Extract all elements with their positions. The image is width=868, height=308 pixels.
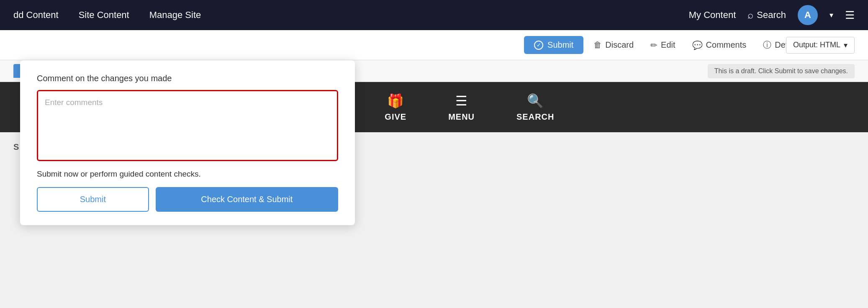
toolbar: ✓ Submit 🗑 Discard ✏ Edit 💬 Comments ⓘ D…: [0, 30, 868, 60]
avatar[interactable]: A: [798, 5, 818, 25]
search-bar-icon: 🔍: [527, 93, 544, 109]
nav-manage-site[interactable]: Manage Site: [149, 10, 201, 21]
comment-textarea-wrapper: [37, 90, 338, 161]
nav-links-right: My Content ⌕ Search A ▾ ☰: [689, 5, 855, 25]
output-label: Output: HTML: [793, 41, 840, 49]
comments-icon: 💬: [692, 40, 703, 50]
submit-toolbar-label: Submit: [547, 40, 573, 50]
edit-action[interactable]: ✏ Edit: [644, 37, 682, 54]
hamburger-icon[interactable]: ☰: [845, 9, 855, 22]
check-content-submit-button[interactable]: Check Content & Submit: [156, 187, 338, 212]
modal-buttons: Submit Check Content & Submit: [37, 187, 338, 212]
submit-modal: Comment on the changes you made Submit n…: [20, 60, 355, 225]
search-label: Search: [757, 10, 786, 21]
comments-action[interactable]: 💬 Comments: [686, 37, 753, 54]
trash-icon: 🗑: [593, 40, 602, 50]
check-icon: ✓: [534, 41, 543, 50]
search-nav-item[interactable]: ⌕ Search: [747, 9, 786, 21]
search-action[interactable]: 🔍 SEARCH: [516, 93, 554, 122]
discard-label: Discard: [605, 40, 634, 50]
gift-icon: 🎁: [387, 93, 404, 109]
menu-icon: ☰: [455, 93, 467, 109]
search-icon: ⌕: [747, 9, 753, 21]
nav-site-content[interactable]: Site Content: [79, 10, 129, 21]
nav-links-left: dd Content Site Content Manage Site: [13, 10, 201, 21]
comment-textarea[interactable]: [38, 91, 337, 158]
my-content-link[interactable]: My Content: [689, 10, 736, 21]
output-dropdown[interactable]: Output: HTML ▾: [786, 37, 855, 54]
info-icon: ⓘ: [763, 39, 771, 51]
submit-button[interactable]: Submit: [37, 187, 149, 212]
draft-notice: This is a draft. Click Submit to save ch…: [708, 64, 855, 78]
submit-toolbar-button[interactable]: ✓ Submit: [524, 36, 583, 54]
edit-label: Edit: [661, 40, 675, 50]
menu-action[interactable]: ☰ MENU: [448, 93, 475, 122]
nav-add-content[interactable]: dd Content: [13, 10, 59, 21]
submit-guidance: Submit now or perform guided content che…: [37, 169, 338, 179]
top-navigation: dd Content Site Content Manage Site My C…: [0, 0, 868, 30]
discard-action[interactable]: 🗑 Discard: [587, 37, 640, 53]
comments-label: Comments: [706, 40, 747, 50]
menu-label: MENU: [448, 112, 475, 122]
give-action[interactable]: 🎁 GIVE: [385, 93, 406, 122]
dropdown-chevron-icon: ▾: [844, 41, 847, 50]
comment-label: Comment on the changes you made: [37, 74, 338, 83]
chevron-down-icon[interactable]: ▾: [829, 10, 833, 20]
edit-icon: ✏: [650, 40, 657, 50]
give-label: GIVE: [385, 112, 406, 122]
search-bar-label: SEARCH: [516, 112, 554, 122]
